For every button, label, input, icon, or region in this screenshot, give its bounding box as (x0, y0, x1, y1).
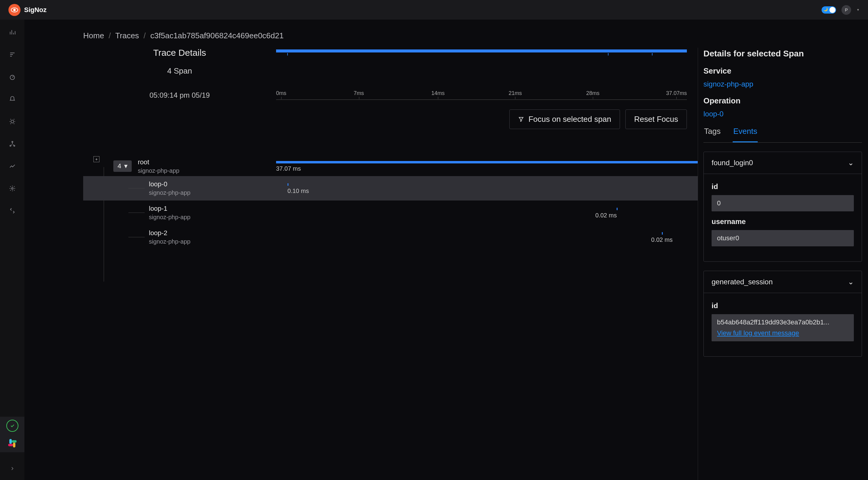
dashboard-icon[interactable] (6, 71, 19, 83)
span-duration: 37.07 ms (276, 165, 301, 172)
event-header[interactable]: generated_session ⌄ (704, 271, 862, 293)
field-label: username (712, 217, 854, 226)
detail-tabs: Tags Events (704, 127, 862, 143)
sidebar (0, 20, 24, 480)
field-value: 0 (712, 195, 854, 211)
main: Home / Traces / c3f5ac1ab785af906824c469… (24, 20, 868, 480)
span-duration: 0.02 ms (651, 236, 673, 243)
svg-point-2 (12, 142, 13, 143)
span-bar (662, 232, 663, 235)
span-row-root[interactable]: 4 ▾ root signoz-php-app 37.07 ms (83, 156, 698, 176)
details-panel: Details for selected Span Service signoz… (698, 48, 868, 480)
chevron-down-icon: ▾ (124, 162, 127, 170)
event-card: generated_session ⌄ id b54ab648a2ff119dd… (704, 271, 862, 357)
event-name: generated_session (712, 278, 773, 286)
chevron-down-icon: ⌄ (848, 278, 854, 286)
breadcrumb: Home / Traces / c3f5ac1ab785af906824c469… (24, 31, 868, 48)
settings-icon[interactable] (6, 182, 19, 194)
operation-label: Operation (704, 96, 862, 106)
breadcrumb-trace-id: c3f5ac1ab785af906824c469ee0c6d21 (150, 31, 284, 40)
event-name: found_login0 (712, 158, 753, 167)
chevron-down-icon: ⌄ (848, 158, 854, 167)
axis-tick: 14ms (431, 90, 444, 96)
span-tree: + 4 ▾ root signoz-php-app (83, 156, 698, 249)
app-header: SigNoz P ▼ (0, 0, 868, 20)
field-value-text: b54ab648a2ff119dd93e3ea7a0b2b1... (717, 319, 830, 326)
filter-icon (518, 116, 524, 122)
field-value: b54ab648a2ff119dd93e3ea7a0b2b1... View f… (712, 314, 854, 341)
axis-tick: 37.07ms (666, 90, 687, 96)
axis-tick: 21ms (508, 90, 522, 96)
overview-bar[interactable] (276, 48, 698, 53)
app-name: SigNoz (24, 6, 47, 14)
breadcrumb-traces[interactable]: Traces (116, 31, 139, 40)
event-card: found_login0 ⌄ id 0 username otuser0 (704, 152, 862, 262)
header-left: SigNoz (8, 4, 47, 16)
theme-toggle[interactable] (822, 6, 836, 13)
alerts-icon[interactable] (6, 93, 19, 105)
span-row-loop-1[interactable]: loop-1 signoz-php-app 0.02 ms (83, 201, 698, 225)
span-service: signoz-php-app (138, 167, 179, 174)
logo-icon (8, 4, 21, 16)
event-header[interactable]: found_login0 ⌄ (704, 152, 862, 174)
slack-icon[interactable] (6, 437, 19, 449)
traces-icon[interactable] (6, 49, 19, 61)
span-count: 4 Span (83, 66, 276, 76)
details-heading: Details for selected Span (704, 49, 862, 59)
service-value[interactable]: signoz-php-app (704, 80, 862, 88)
span-service: signoz-php-app (149, 189, 190, 196)
svg-point-4 (13, 145, 15, 147)
span-service: signoz-php-app (149, 214, 190, 221)
span-name: loop-0 (149, 180, 190, 188)
span-row-loop-0[interactable]: loop-0 signoz-php-app 0.10 ms (83, 176, 698, 201)
service-label: Service (704, 66, 862, 76)
svg-point-5 (11, 187, 13, 189)
svg-point-1 (11, 120, 13, 123)
child-count-value: 4 (118, 162, 121, 170)
reset-focus-button[interactable]: Reset Focus (625, 110, 687, 129)
breadcrumb-sep: / (144, 31, 146, 40)
reset-focus-label: Reset Focus (634, 115, 678, 124)
field-label: id (712, 301, 854, 310)
axis-tick: 0ms (276, 90, 286, 96)
timeline-axis: 0ms 7ms 14ms 21ms 28ms 37.07ms (276, 90, 687, 100)
tab-tags[interactable]: Tags (704, 127, 721, 142)
trace-view: Trace Details 4 Span 05:09:14 pm 05/19 (24, 48, 698, 480)
collapse-icon[interactable] (6, 462, 19, 475)
span-name: root (138, 158, 179, 166)
axis-tick: 28ms (586, 90, 599, 96)
avatar[interactable]: P (841, 5, 851, 15)
focus-span-button[interactable]: Focus on selected span (509, 110, 620, 129)
field-value: otuser0 (712, 230, 854, 246)
breadcrumb-home[interactable]: Home (83, 31, 104, 40)
span-bar (276, 161, 698, 163)
span-child-count[interactable]: 4 ▾ (113, 160, 132, 172)
chevron-down-icon[interactable]: ▼ (857, 8, 860, 11)
metrics-icon[interactable] (6, 26, 19, 38)
exceptions-icon[interactable] (6, 116, 19, 127)
span-duration: 0.02 ms (595, 212, 617, 219)
span-name: loop-2 (149, 229, 190, 237)
service-map-icon[interactable] (6, 138, 19, 150)
sidebar-bottom (0, 417, 24, 452)
span-service: signoz-php-app (149, 238, 190, 245)
span-name: loop-1 (149, 205, 190, 213)
svg-point-3 (10, 145, 11, 147)
focus-span-label: Focus on selected span (528, 115, 611, 124)
span-duration: 0.10 ms (287, 187, 309, 194)
span-bar (617, 208, 618, 210)
span-bar (287, 183, 288, 186)
operation-value[interactable]: loop-0 (704, 110, 862, 118)
instrumentation-icon[interactable] (6, 205, 19, 217)
axis-tick: 7ms (354, 90, 364, 96)
field-label: id (712, 182, 854, 191)
tab-events[interactable]: Events (733, 127, 758, 142)
view-full-log-link[interactable]: View full log event message (717, 329, 799, 337)
page-title: Trace Details (83, 48, 276, 58)
breadcrumb-sep: / (109, 31, 111, 40)
status-ok-icon[interactable] (6, 420, 19, 432)
span-row-loop-2[interactable]: loop-2 signoz-php-app 0.02 ms (83, 225, 698, 249)
header-right: P ▼ (822, 5, 860, 15)
trace-timestamp: 05:09:14 pm 05/19 (83, 90, 276, 100)
usage-icon[interactable] (6, 160, 19, 172)
